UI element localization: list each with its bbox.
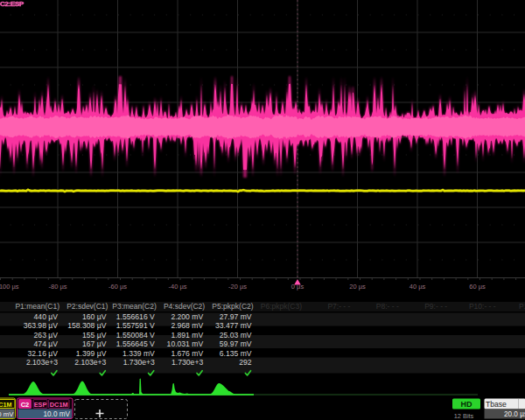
- svg-text:P9:- - -: P9:- - -: [424, 302, 447, 311]
- svg-text:167 µV: 167 µV: [82, 340, 107, 348]
- svg-text:C2:ESP: C2:ESP: [0, 0, 24, 8]
- svg-text:-100 µs: -100 µs: [0, 283, 19, 290]
- svg-text:40 µs: 40 µs: [410, 283, 426, 290]
- svg-text:155 µV: 155 µV: [82, 331, 107, 340]
- svg-text:Tbase: Tbase: [486, 400, 507, 409]
- svg-text:25.03 mV: 25.03 mV: [220, 331, 252, 340]
- svg-text:P2:sdev(C1): P2:sdev(C1): [66, 302, 108, 311]
- svg-text:440 µV: 440 µV: [34, 312, 59, 321]
- svg-text:474 µV: 474 µV: [34, 340, 59, 348]
- svg-text:P5:pkpk(C2): P5:pkpk(C2): [212, 302, 253, 311]
- svg-text:P3:mean(C2): P3:mean(C2): [112, 302, 157, 311]
- svg-text:1.730e+3: 1.730e+3: [123, 358, 155, 367]
- svg-text:-80 µs: -80 µs: [49, 283, 67, 290]
- svg-text:1.891 mV: 1.891 mV: [171, 331, 203, 340]
- svg-text:160 µV: 160 µV: [82, 312, 107, 321]
- svg-text:P10:- - -: P10:- - -: [469, 302, 496, 311]
- svg-text:2.103e+3: 2.103e+3: [74, 358, 106, 367]
- svg-text:158.308 µV: 158.308 µV: [67, 321, 106, 330]
- svg-text:12 Bits: 12 Bits: [454, 412, 474, 420]
- svg-text:1.550084 V: 1.550084 V: [116, 331, 155, 340]
- svg-text:C2: C2: [21, 401, 30, 409]
- svg-text:2.103e+3: 2.103e+3: [26, 358, 58, 367]
- svg-text:10.0 mV: 10.0 mV: [44, 410, 71, 418]
- svg-text:292: 292: [239, 358, 252, 367]
- svg-text:60 µs: 60 µs: [469, 283, 486, 290]
- svg-text:2.968 mV: 2.968 mV: [171, 321, 203, 330]
- svg-text:20 µs: 20 µs: [349, 283, 366, 290]
- svg-text:1.339 mV: 1.339 mV: [122, 349, 155, 358]
- svg-text:32.16 µV: 32.16 µV: [27, 349, 58, 358]
- svg-text:HD: HD: [461, 400, 472, 409]
- svg-text:10.031 mV: 10.031 mV: [167, 340, 204, 348]
- svg-text:DC1M: DC1M: [0, 401, 12, 409]
- svg-text:363.98 µV: 363.98 µV: [24, 321, 59, 330]
- svg-text:1.399 µV: 1.399 µV: [76, 349, 107, 358]
- svg-text:33.477 mV: 33.477 mV: [215, 321, 252, 330]
- svg-text:-40 µs: -40 µs: [169, 283, 187, 290]
- svg-text:263 µV: 263 µV: [34, 331, 59, 340]
- svg-text:P8:- - -: P8:- - -: [376, 302, 399, 311]
- svg-text:-60 µs: -60 µs: [108, 283, 127, 290]
- svg-text:1.556616 V: 1.556616 V: [116, 312, 155, 321]
- svg-text:1.557591 V: 1.557591 V: [116, 321, 155, 330]
- svg-text:27.97 mV: 27.97 mV: [220, 312, 252, 321]
- svg-text:20.0 µs: 20.0 µs: [504, 410, 525, 418]
- svg-text:2.200 mV: 2.200 mV: [171, 312, 203, 321]
- svg-text:ESP: ESP: [34, 401, 47, 409]
- svg-text:6.135 mV: 6.135 mV: [220, 349, 252, 358]
- svg-text:1.676 mV: 1.676 mV: [171, 349, 203, 358]
- svg-text:P1:mean(C1): P1:mean(C1): [15, 302, 60, 311]
- svg-text:P1: P1: [519, 302, 525, 311]
- svg-text:-20 µs: -20 µs: [228, 283, 247, 290]
- svg-text:DC1M: DC1M: [50, 401, 68, 409]
- svg-text:1.556645 V: 1.556645 V: [116, 340, 155, 348]
- svg-text:59.97 mV: 59.97 mV: [220, 340, 252, 348]
- svg-text:10.0 mV: 10.0 mV: [0, 410, 14, 418]
- svg-text:P6:pkpk(C3): P6:pkpk(C3): [261, 302, 302, 311]
- svg-text:P4:sdev(C2): P4:sdev(C2): [164, 302, 205, 311]
- svg-text:1.730e+3: 1.730e+3: [172, 358, 203, 367]
- svg-text:P7:- - -: P7:- - -: [327, 302, 350, 311]
